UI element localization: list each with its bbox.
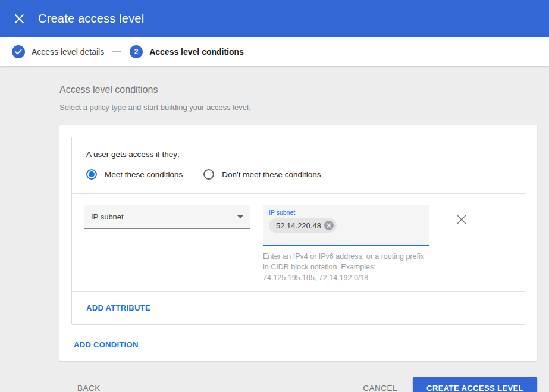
stepper: Access level details 2 Access level cond… xyxy=(0,37,549,66)
footer-actions: CANCEL CREATE ACCESS LEVEL xyxy=(363,377,537,392)
step-access-level-details[interactable]: Access level details xyxy=(12,45,104,58)
access-question: A user gets access if they: xyxy=(86,150,510,159)
text-cursor xyxy=(269,237,269,246)
add-attribute-section: ADD ATTRIBUTE xyxy=(72,291,525,324)
add-condition-section: ADD CONDITION xyxy=(74,339,525,350)
attribute-row: IP subnet IP subnet 52.14.220.48 xyxy=(72,193,525,291)
ip-chip: 52.14.220.48 xyxy=(269,218,337,233)
cancel-button[interactable]: CANCEL xyxy=(363,384,397,392)
field-helper-text: Enter an IPv4 or IPv6 address, or a rout… xyxy=(263,251,429,283)
dialog-header: Create access level xyxy=(0,0,549,37)
condition-group: A user gets access if they: Meet these c… xyxy=(71,137,525,325)
add-condition-button[interactable]: ADD CONDITION xyxy=(74,340,139,349)
page-subtitle: Select a policy type and start building … xyxy=(59,103,537,112)
dialog-title: Create access level xyxy=(38,12,144,26)
field-label: IP subnet xyxy=(269,209,423,216)
radio-dont-meet-conditions[interactable]: Don't meet these conditions xyxy=(203,169,321,180)
chevron-down-icon xyxy=(237,215,243,218)
close-circle-icon xyxy=(327,223,331,228)
close-icon xyxy=(14,14,24,24)
radio-label: Meet these conditions xyxy=(105,170,183,179)
chip-text: 52.14.220.48 xyxy=(276,221,321,230)
ip-subnet-field-column: IP subnet 52.14.220.48 xyxy=(263,205,429,283)
radio-unselected-icon xyxy=(203,169,214,180)
main-content: Access level conditions Select a policy … xyxy=(0,66,549,361)
ip-subnet-input[interactable]: IP subnet 52.14.220.48 xyxy=(263,205,429,246)
add-attribute-button[interactable]: ADD ATTRIBUTE xyxy=(86,303,150,312)
step-label: Access level conditions xyxy=(149,47,244,57)
chip-remove-button[interactable] xyxy=(324,221,334,230)
step-label: Access level details xyxy=(32,47,104,57)
remove-attribute-button[interactable] xyxy=(456,214,468,225)
radio-label: Don't meet these conditions xyxy=(222,170,321,179)
step-number-circle: 2 xyxy=(130,45,143,58)
dropdown-value: IP subnet xyxy=(91,212,124,221)
create-access-level-dialog: Create access level Access level details… xyxy=(0,0,549,392)
check-icon xyxy=(15,48,22,55)
radio-group: Meet these conditions Don't meet these c… xyxy=(86,169,510,180)
step-connector xyxy=(112,51,121,52)
back-button[interactable]: BACK xyxy=(77,384,101,392)
dialog-footer: BACK CANCEL CREATE ACCESS LEVEL xyxy=(59,377,537,392)
access-mode-section: A user gets access if they: Meet these c… xyxy=(72,137,525,193)
step-access-level-conditions[interactable]: 2 Access level conditions xyxy=(130,45,244,58)
step-complete-circle xyxy=(12,45,25,58)
close-icon xyxy=(456,214,467,225)
radio-meet-conditions[interactable]: Meet these conditions xyxy=(86,169,183,180)
radio-selected-icon xyxy=(86,169,97,180)
attribute-type-dropdown[interactable]: IP subnet xyxy=(84,205,250,229)
page-title: Access level conditions xyxy=(59,84,537,95)
close-button[interactable] xyxy=(12,11,26,26)
condition-card: A user gets access if they: Meet these c… xyxy=(59,125,537,361)
create-access-level-button[interactable]: CREATE ACCESS LEVEL xyxy=(413,377,537,392)
